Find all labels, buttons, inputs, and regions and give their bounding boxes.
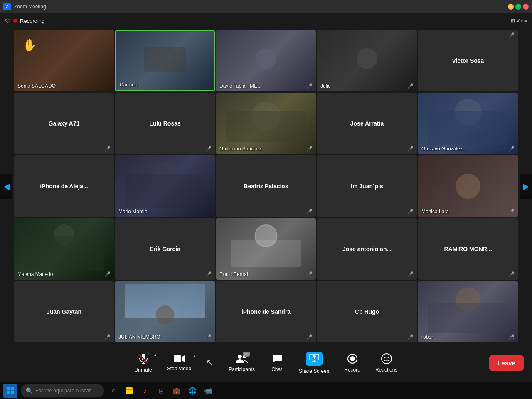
top-bar: 🛡 Recording ⊞ View <box>0 13 532 28</box>
window-controls[interactable] <box>508 4 529 10</box>
participants-icon: 73 <box>235 353 249 364</box>
close-btn[interactable] <box>523 4 529 10</box>
taskbar-search[interactable]: 🔍 Escribe aquí para buscar <box>21 384 104 397</box>
taskbar-briefcase[interactable]: 💼 <box>170 384 183 397</box>
title-bar: Z Zoom Meeting <box>0 0 532 13</box>
prev-page-arrow[interactable]: ◀ <box>0 174 12 199</box>
participant-name-malena: Malena Macedo <box>17 271 53 277</box>
participant-cell-iphone-ale[interactable]: iPhone de Aleja... <box>14 155 114 217</box>
participant-cell-cp-hugo[interactable]: Cp Hugo 🎤 <box>317 281 417 342</box>
participant-cell-david[interactable]: 🎤 David Tapia.- ME... <box>216 30 316 91</box>
participant-cell-ramiro[interactable]: RAMIRO MONR... 🎤 <box>418 218 518 280</box>
participant-cell-rocio[interactable]: 🎤 Rocio Bernal <box>216 218 316 280</box>
taskbar-cortana[interactable]: ○ <box>107 384 120 397</box>
unmute-caret[interactable]: ▲ <box>154 353 157 357</box>
participant-cell-galaxy[interactable]: Galaxy A71 🎤 <box>14 93 114 154</box>
video-bg-mario <box>115 155 215 217</box>
participant-name-im-juan: Im Juan´pis <box>347 180 387 193</box>
unmute-button[interactable]: ▲ Unmute <box>127 350 160 376</box>
participant-name-iphone-san: iPhone de Sandra <box>238 305 294 318</box>
toolbar: ▲ Unmute ▲ Stop Video ↖ <box>0 344 532 382</box>
participant-name-beatriz: Beatriz Palacios <box>240 180 291 193</box>
participant-cell-carmen[interactable]: Carmen <box>115 30 215 91</box>
mute-icon-rober: 🎤 <box>508 334 515 340</box>
minimize-btn[interactable] <box>508 4 514 10</box>
shield-icon: 🛡 <box>5 17 11 24</box>
participant-cell-malena[interactable]: 🎤 Malena Macedo <box>14 218 114 280</box>
unmute-label: Unmute <box>135 367 152 373</box>
stop-video-caret[interactable]: ▲ <box>193 354 196 358</box>
mute-icon-jose-ant: 🎤 <box>407 271 414 277</box>
participant-name-mario: Mario Montiel <box>118 209 148 214</box>
participant-name-victor: Victor Sosa <box>449 54 488 67</box>
svg-rect-23 <box>126 389 133 390</box>
video-bg-gustavo <box>418 93 518 154</box>
participant-cell-julian[interactable]: 🎤 JULIAN NIEMBRO <box>115 281 215 342</box>
reactions-icon: + <box>381 353 392 365</box>
mute-icon-julio: 🎤 <box>407 83 414 89</box>
participant-cell-monica[interactable]: 🎤 Monica Lara <box>418 155 518 217</box>
start-button[interactable] <box>3 384 17 398</box>
share-screen-button[interactable]: Share Screen <box>291 349 337 377</box>
participant-name-iphone-ale: iPhone de Aleja... <box>37 180 91 193</box>
mute-icon-im-juan: 🎤 <box>407 209 414 214</box>
participant-cell-im-juan[interactable]: Im Juan´pis 🎤 <box>317 155 417 217</box>
taskbar-edge[interactable]: 🌐 <box>186 384 199 397</box>
participant-cell-juan[interactable]: Juan Gaytan 🎤 <box>14 281 114 342</box>
maximize-btn[interactable] <box>515 4 521 10</box>
participant-cell-jose-ant[interactable]: Jose antonio an... 🎤 <box>317 218 417 280</box>
svg-rect-22 <box>126 387 133 394</box>
participants-button[interactable]: 73 Participants <box>221 350 262 376</box>
share-screen-label: Share Screen <box>299 368 329 374</box>
mute-icon-david: 🎤 <box>306 83 313 89</box>
participant-cell-rober[interactable]: 🎤 rober <box>418 281 518 342</box>
participant-cell-jose-a[interactable]: Jose Arratia 🎤 <box>317 93 417 154</box>
svg-rect-21 <box>11 391 14 394</box>
mute-icon-cp-hugo: 🎤 <box>407 334 414 340</box>
video-bg-carmen <box>116 31 214 90</box>
participant-cell-victor[interactable]: Victor Sosa 🎤 <box>418 30 518 91</box>
mute-icon-galaxy: 🎤 <box>104 146 111 152</box>
view-button[interactable]: ⊞ View <box>511 18 527 24</box>
participant-name-carmen: Carmen <box>120 82 138 88</box>
reactions-button[interactable]: + Reactions <box>368 350 405 376</box>
mute-icon-lulu: 🎤 <box>205 146 212 152</box>
participant-cell-erik[interactable]: Erik Garcia 🎤 <box>115 218 215 280</box>
participant-cell-guillermo[interactable]: 🎤 Guillermo Sanchez <box>216 93 316 154</box>
taskbar-winamp[interactable]: ♪ <box>139 384 151 397</box>
recording-label: Recording <box>20 18 44 24</box>
chat-button[interactable]: Chat <box>262 350 291 376</box>
record-button[interactable]: Record <box>337 350 368 376</box>
participant-cell-lulu[interactable]: Lulú Rosas 🎤 <box>115 93 215 154</box>
cursor-area: ↖ <box>199 354 221 372</box>
participant-cell-julio[interactable]: 🎤 Julio <box>317 30 417 91</box>
participant-name-guillermo: Guillermo Sanchez <box>219 146 261 152</box>
taskbar-file[interactable] <box>123 384 135 397</box>
chat-icon <box>271 353 282 364</box>
participant-name-erik: Erik Garcia <box>146 242 184 256</box>
participant-cell-beatriz[interactable]: Beatriz Palacios 🎤 <box>216 155 316 217</box>
participant-cell-iphone-san[interactable]: iPhone de Sandra 🎤 <box>216 281 316 342</box>
taskbar-zoom[interactable]: 📹 <box>202 384 214 397</box>
svg-marker-5 <box>182 355 185 362</box>
video-bg-malena <box>14 218 114 280</box>
participant-name-galaxy: Galaxy A71 <box>45 117 83 130</box>
wave-emoji: ✋ <box>22 38 37 52</box>
mute-icon-rocio: 🎤 <box>306 271 313 277</box>
leave-button[interactable]: Leave <box>489 355 524 371</box>
svg-rect-4 <box>174 355 181 362</box>
mute-icon-beatriz: 🎤 <box>306 209 313 214</box>
mute-icon-erik: 🎤 <box>205 271 212 277</box>
svg-point-13 <box>350 356 355 361</box>
next-page-arrow[interactable]: ▶ <box>520 174 532 199</box>
svg-point-16 <box>387 357 389 358</box>
video-bg-david <box>216 30 316 91</box>
taskbar-windows-s[interactable]: ⊞ <box>155 384 167 397</box>
stop-video-button[interactable]: ▲ Stop Video <box>160 351 199 375</box>
video-bg-guillermo <box>216 93 316 154</box>
recording-indicator: 🛡 Recording <box>5 17 44 24</box>
participant-cell-mario[interactable]: Mario Montiel <box>115 155 215 217</box>
participant-cell-sonia[interactable]: ✋ Sonia SALGADO <box>14 30 114 91</box>
svg-rect-18 <box>7 387 10 390</box>
participant-cell-gustavo[interactable]: 🎤 Gustavo González... <box>418 93 518 154</box>
